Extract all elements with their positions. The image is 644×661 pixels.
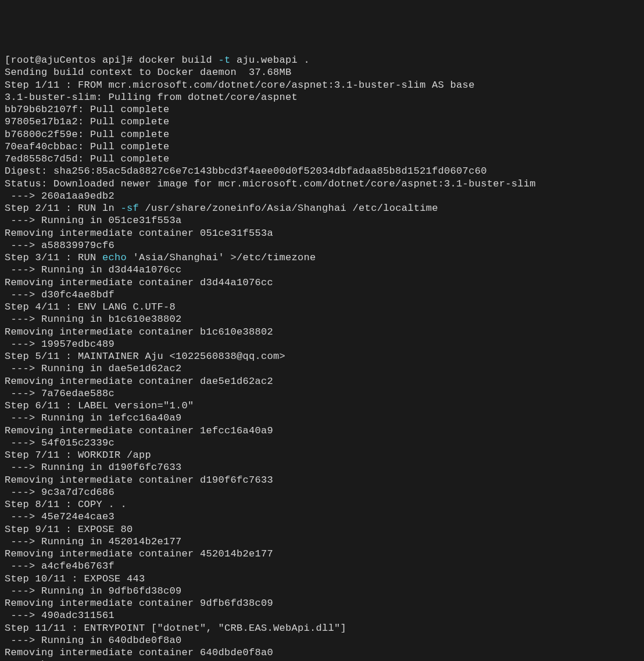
- terminal-line: Removing intermediate container dae5e1d6…: [5, 375, 639, 387]
- terminal-text-segment: Status: Downloaded newer image for mcr.m…: [5, 178, 536, 189]
- terminal-line: ---> a4cfe4b6763f: [5, 560, 639, 572]
- terminal-line: Step 1/11 : FROM mcr.microsoft.com/dotne…: [5, 79, 639, 91]
- terminal-line: Removing intermediate container 452014b2…: [5, 548, 639, 560]
- terminal-text-segment: Step 6/11 : LABEL version="1.0": [5, 400, 194, 411]
- terminal-text-segment: aju.webapi .: [231, 55, 310, 66]
- terminal-text-segment: ---> Running in b1c610e38802: [5, 314, 182, 325]
- terminal-text-segment: Step 11/11 : ENTRYPOINT ["dotnet", "CRB.…: [5, 623, 346, 634]
- terminal-line: ---> b895334ce719: [5, 659, 639, 661]
- terminal-text-segment: Removing intermediate container d190f6fc…: [5, 475, 273, 486]
- terminal-line: Removing intermediate container 9dfb6fd3…: [5, 597, 639, 609]
- terminal-text-segment: Step 3/11 : RUN: [5, 252, 102, 263]
- terminal-line: 70eaf40cbbac: Pull complete: [5, 141, 639, 153]
- terminal-line: ---> 9c3a7d7cd686: [5, 486, 639, 498]
- terminal-text-segment: ---> 490adc311561: [5, 610, 115, 621]
- terminal-text-segment: ---> 9c3a7d7cd686: [5, 487, 115, 498]
- terminal-text-segment: /usr/share/zoneinfo/Asia/Shanghai /etc/l…: [139, 203, 438, 214]
- terminal-output[interactable]: [root@ajuCentos api]# docker build -t aj…: [5, 54, 639, 661]
- terminal-text-segment: Removing intermediate container 9dfb6fd3…: [5, 598, 273, 609]
- terminal-text-segment: -sf: [121, 203, 139, 214]
- terminal-text-segment: [root@ajuCentos api]# docker build: [5, 55, 219, 66]
- terminal-line: ---> Running in dae5e1d62ac2: [5, 362, 639, 375]
- terminal-line: Removing intermediate container 051ce31f…: [5, 227, 639, 239]
- terminal-text-segment: ---> 7a76edae588c: [5, 388, 115, 399]
- terminal-text-segment: ---> 45e724e4cae3: [5, 511, 115, 522]
- terminal-line: ---> Running in 9dfb6fd38c09: [5, 585, 639, 597]
- terminal-line: ---> 7a76edae588c: [5, 387, 639, 400]
- terminal-line: ---> Running in 640dbde0f8a0: [5, 634, 639, 646]
- terminal-line: Sending build context to Docker daemon 3…: [5, 66, 639, 78]
- terminal-line: 3.1-buster-slim: Pulling from dotnet/cor…: [5, 91, 639, 103]
- terminal-text-segment: ---> Running in 1efcc16a40a9: [5, 412, 182, 423]
- terminal-text-segment: Step 8/11 : COPY . .: [5, 499, 127, 510]
- terminal-text-segment: Removing intermediate container 452014b2…: [5, 548, 273, 559]
- terminal-line: Status: Downloaded newer image for mcr.m…: [5, 178, 639, 190]
- terminal-text-segment: ---> Running in 452014b2e177: [5, 536, 182, 547]
- terminal-line: Removing intermediate container d3d44a10…: [5, 276, 639, 289]
- terminal-text-segment: ---> 19957edbc489: [5, 339, 115, 350]
- terminal-text-segment: echo: [102, 252, 127, 263]
- terminal-line: ---> 54f015c2339c: [5, 437, 639, 449]
- terminal-text-segment: Removing intermediate container 640dbde0…: [5, 647, 273, 658]
- terminal-line: Removing intermediate container 1efcc16a…: [5, 425, 639, 437]
- terminal-line: 7ed8558c7d5d: Pull complete: [5, 153, 639, 165]
- terminal-line: ---> Running in 051ce31f553a: [5, 214, 639, 227]
- terminal-line: Step 5/11 : MAINTAINER Aju <1022560838@q…: [5, 350, 639, 362]
- terminal-text-segment: Step 7/11 : WORKDIR /app: [5, 450, 151, 461]
- terminal-text-segment: Removing intermediate container b1c610e3…: [5, 326, 273, 337]
- terminal-text-segment: ---> 54f015c2339c: [5, 437, 115, 448]
- terminal-line: Removing intermediate container d190f6fc…: [5, 474, 639, 486]
- terminal-line: b76800c2f59e: Pull complete: [5, 128, 639, 141]
- terminal-line: ---> Running in 452014b2e177: [5, 536, 639, 548]
- terminal-line: ---> d30fc4ae8bdf: [5, 289, 639, 301]
- terminal-line: ---> 260a1aa9edb2: [5, 190, 639, 202]
- terminal-text-segment: Removing intermediate container 1efcc16a…: [5, 425, 273, 436]
- terminal-text-segment: ---> 260a1aa9edb2: [5, 191, 115, 202]
- terminal-text-segment: ---> Running in 640dbde0f8a0: [5, 635, 182, 646]
- terminal-line: ---> Running in b1c610e38802: [5, 313, 639, 325]
- terminal-text-segment: Step 10/11 : EXPOSE 443: [5, 573, 145, 584]
- terminal-text-segment: ---> Running in d190f6fc7633: [5, 462, 182, 473]
- terminal-text-segment: ---> Running in 051ce31f553a: [5, 215, 182, 226]
- terminal-text-segment: 70eaf40cbbac: Pull complete: [5, 141, 170, 152]
- terminal-text-segment: 3.1-buster-slim: Pulling from dotnet/cor…: [5, 92, 298, 103]
- terminal-line: Digest: sha256:85ac5da8827c6e7c143bbcd3f…: [5, 165, 639, 177]
- terminal-text-segment: Removing intermediate container d3d44a10…: [5, 277, 273, 288]
- terminal-line: Removing intermediate container 640dbde0…: [5, 646, 639, 659]
- terminal-text-segment: Sending build context to Docker daemon 3…: [5, 67, 292, 78]
- terminal-line: ---> 19957edbc489: [5, 338, 639, 350]
- terminal-text-segment: Step 4/11 : ENV LANG C.UTF-8: [5, 301, 176, 312]
- terminal-text-segment: Digest: sha256:85ac5da8827c6e7c143bbcd3f…: [5, 166, 487, 177]
- terminal-text-segment: Step 1/11 : FROM mcr.microsoft.com/dotne…: [5, 80, 475, 91]
- terminal-text-segment: Step 5/11 : MAINTAINER Aju <1022560838@q…: [5, 351, 285, 362]
- terminal-text-segment: ---> a4cfe4b6763f: [5, 561, 115, 572]
- terminal-line: ---> Running in d190f6fc7633: [5, 461, 639, 473]
- terminal-line: Step 10/11 : EXPOSE 443: [5, 573, 639, 585]
- terminal-line: [root@ajuCentos api]# docker build -t aj…: [5, 54, 639, 66]
- terminal-line: ---> 490adc311561: [5, 609, 639, 622]
- terminal-text-segment: ---> a58839979cf6: [5, 240, 115, 251]
- terminal-line: Step 4/11 : ENV LANG C.UTF-8: [5, 301, 639, 313]
- terminal-line: 97805e17b1a2: Pull complete: [5, 116, 639, 128]
- terminal-text-segment: bb79b6b2107f: Pull complete: [5, 104, 170, 115]
- terminal-text-segment: ---> Running in d3d44a1076cc: [5, 264, 182, 275]
- terminal-line: Step 2/11 : RUN ln -sf /usr/share/zonein…: [5, 202, 639, 214]
- terminal-line: Step 7/11 : WORKDIR /app: [5, 449, 639, 461]
- terminal-line: ---> Running in d3d44a1076cc: [5, 264, 639, 276]
- terminal-text-segment: ---> Running in dae5e1d62ac2: [5, 363, 182, 374]
- terminal-line: bb79b6b2107f: Pull complete: [5, 103, 639, 116]
- terminal-line: Step 3/11 : RUN echo 'Asia/Shanghai' >/e…: [5, 252, 639, 264]
- terminal-text-segment: 'Asia/Shanghai' >/etc/timezone: [127, 252, 316, 263]
- terminal-text-segment: -t: [219, 55, 231, 66]
- terminal-text-segment: Removing intermediate container dae5e1d6…: [5, 376, 273, 387]
- terminal-text-segment: Removing intermediate container 051ce31f…: [5, 228, 273, 239]
- terminal-line: Removing intermediate container b1c610e3…: [5, 326, 639, 338]
- terminal-text-segment: Step 9/11 : EXPOSE 80: [5, 524, 133, 535]
- terminal-line: Step 11/11 : ENTRYPOINT ["dotnet", "CRB.…: [5, 622, 639, 634]
- terminal-text-segment: ---> Running in 9dfb6fd38c09: [5, 585, 182, 597]
- terminal-text-segment: 7ed8558c7d5d: Pull complete: [5, 153, 170, 164]
- terminal-line: ---> Running in 1efcc16a40a9: [5, 412, 639, 424]
- terminal-text-segment: b76800c2f59e: Pull complete: [5, 129, 170, 140]
- terminal-text-segment: 97805e17b1a2: Pull complete: [5, 116, 170, 127]
- terminal-line: ---> 45e724e4cae3: [5, 511, 639, 523]
